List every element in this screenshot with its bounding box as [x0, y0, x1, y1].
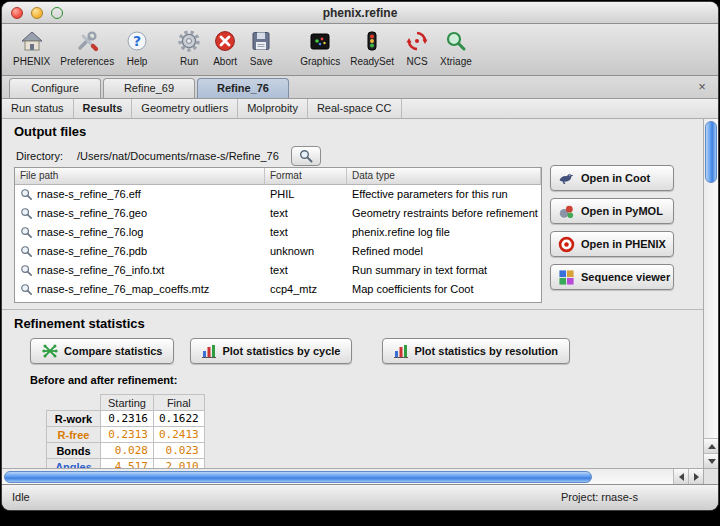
button-label: Plot statistics by cycle	[222, 345, 340, 357]
file-path: rnase-s_refine_76.pdb	[37, 242, 147, 261]
zoom-window-button[interactable]	[51, 7, 63, 19]
abort-icon	[213, 27, 237, 55]
vertical-scrollbar[interactable]	[703, 119, 718, 468]
subtab-molprobity[interactable]: Molprobity	[238, 99, 308, 118]
toolbar-label: ReadySet	[350, 56, 394, 67]
directory-value: /Users/nat/Documents/rnase-s/Refine_76	[77, 150, 279, 162]
scroll-down-button[interactable]	[704, 453, 718, 468]
vertical-scrollbar-arrows	[704, 438, 718, 468]
table-row[interactable]: rnase-s_refine_76.geo text Geometry rest…	[15, 204, 541, 223]
file-format: PHIL	[265, 185, 347, 204]
tools-icon	[75, 27, 99, 55]
window-controls	[11, 7, 63, 19]
toolbar: PHENIX Preferences ? Help Run Abort	[2, 24, 718, 76]
scroll-right-button[interactable]	[688, 469, 703, 484]
toolbar-help-button[interactable]: ? Help	[119, 26, 155, 67]
stat-label: Bonds	[47, 443, 101, 459]
vertical-scrollbar-thumb[interactable]	[705, 121, 717, 183]
column-header-file-path[interactable]: File path	[15, 168, 265, 184]
sequence-viewer-icon	[558, 269, 575, 286]
down-arrow-icon	[708, 459, 716, 464]
button-label: Open in PHENIX	[581, 238, 666, 250]
scrollbar-corner	[703, 468, 718, 484]
stat-label: R-work	[47, 411, 101, 427]
phenix-home-icon	[20, 27, 44, 55]
open-in-pymol-button[interactable]: Open in PyMOL	[550, 198, 674, 224]
scroll-left-button[interactable]	[673, 469, 688, 484]
stats-row-r-free: R-free 0.2313 0.2413	[47, 427, 205, 443]
magnifier-icon	[20, 245, 33, 258]
close-window-button[interactable]	[11, 7, 23, 19]
toolbar-ncs-button[interactable]: NCS	[399, 26, 435, 67]
open-in-coot-button[interactable]: Open in Coot	[550, 165, 674, 191]
sequence-viewer-button[interactable]: Sequence viewer	[550, 264, 674, 290]
file-format: text	[265, 223, 347, 242]
stats-row-bonds: Bonds 0.028 0.023	[47, 443, 205, 459]
tab-refine-76[interactable]: Refine_76	[197, 78, 289, 98]
graphics-icon	[308, 27, 332, 55]
subtab-results[interactable]: Results	[74, 99, 133, 118]
toolbar-label: Abort	[213, 56, 237, 67]
table-row[interactable]: rnase-s_refine_76.log text phenix.refine…	[15, 223, 541, 242]
bar-chart-icon	[394, 344, 408, 358]
toolbar-abort-button[interactable]: Abort	[207, 26, 243, 67]
statusbar: Idle Project: rnase-s	[2, 484, 718, 510]
horizontal-scrollbar-thumb[interactable]	[4, 471, 592, 483]
file-data-type: Refined model	[347, 242, 541, 261]
subtab-real-space-cc[interactable]: Real-space CC	[308, 99, 402, 118]
plot-statistics-by-resolution-button[interactable]: Plot statistics by resolution	[382, 338, 570, 364]
plot-statistics-by-cycle-button[interactable]: Plot statistics by cycle	[190, 338, 352, 364]
file-data-type: Run summary in text format	[347, 261, 541, 280]
subtab-geometry-outliers[interactable]: Geometry outliers	[132, 99, 238, 118]
toolbar-readyset-button[interactable]: ReadySet	[345, 26, 399, 67]
button-label: Plot statistics by resolution	[414, 345, 558, 357]
toolbar-save-button[interactable]: Save	[243, 26, 279, 67]
magnifier-icon	[20, 207, 33, 220]
toolbar-label: Help	[127, 56, 148, 67]
toolbar-phenix-button[interactable]: PHENIX	[8, 26, 55, 67]
stat-final-value: 0.1622	[153, 411, 204, 427]
tab-refine-69[interactable]: Refine_69	[103, 78, 195, 98]
help-icon: ?	[125, 27, 149, 55]
scroll-up-button[interactable]	[704, 438, 718, 453]
compare-statistics-button[interactable]: Compare statistics	[30, 338, 174, 364]
file-path: rnase-s_refine_76.geo	[37, 204, 147, 223]
column-header-data-type[interactable]: Data type	[347, 168, 541, 184]
table-row[interactable]: rnase-s_refine_76.eff PHIL Effective par…	[15, 185, 541, 204]
open-in-phenix-button[interactable]: Open in PHENIX	[550, 231, 674, 257]
coot-bird-icon	[558, 170, 575, 187]
up-arrow-icon	[708, 444, 716, 449]
toolbar-run-button[interactable]: Run	[171, 26, 207, 67]
results-subtabs: Run status Results Geometry outliers Mol…	[2, 99, 718, 119]
output-files-table-header: File path Format Data type	[15, 168, 541, 185]
stat-starting-value: 0.2316	[101, 411, 154, 427]
table-row[interactable]: rnase-s_refine_76_map_coeffs.mtz ccp4_mt…	[15, 280, 541, 299]
column-header-format[interactable]: Format	[265, 168, 347, 184]
tab-configure[interactable]: Configure	[9, 78, 101, 98]
subtab-run-status[interactable]: Run status	[2, 99, 74, 118]
horizontal-scrollbar-arrows	[673, 469, 703, 484]
save-icon	[249, 27, 273, 55]
window-title: phenix.refine	[2, 2, 718, 24]
toolbar-label: Preferences	[60, 56, 114, 67]
toolbar-graphics-button[interactable]: Graphics	[295, 26, 345, 67]
browse-directory-button[interactable]	[291, 146, 321, 166]
table-row[interactable]: rnase-s_refine_76.pdb unknown Refined mo…	[15, 242, 541, 261]
toolbar-label: Graphics	[300, 56, 340, 67]
file-path: rnase-s_refine_76_map_coeffs.mtz	[37, 280, 209, 299]
file-data-type: Geometry restraints before refinement	[347, 204, 541, 223]
project-label: Project: rnase-s	[561, 488, 638, 506]
pymol-icon	[558, 203, 575, 220]
svg-text:?: ?	[133, 33, 141, 49]
minimize-window-button[interactable]	[31, 7, 43, 19]
toolbar-preferences-button[interactable]: Preferences	[55, 26, 119, 67]
tab-close-button[interactable]: ×	[695, 79, 709, 95]
toolbar-xtriage-button[interactable]: Xtriage	[435, 26, 477, 67]
stat-starting-value: 0.2313	[101, 427, 154, 443]
table-row[interactable]: rnase-s_refine_76_info.txt text Run summ…	[15, 261, 541, 280]
before-after-caption: Before and after refinement:	[30, 374, 177, 386]
file-path: rnase-s_refine_76_info.txt	[37, 261, 164, 280]
horizontal-scrollbar[interactable]	[2, 468, 703, 484]
file-data-type: Effective parameters for this run	[347, 185, 541, 204]
button-label: Sequence viewer	[581, 271, 670, 283]
